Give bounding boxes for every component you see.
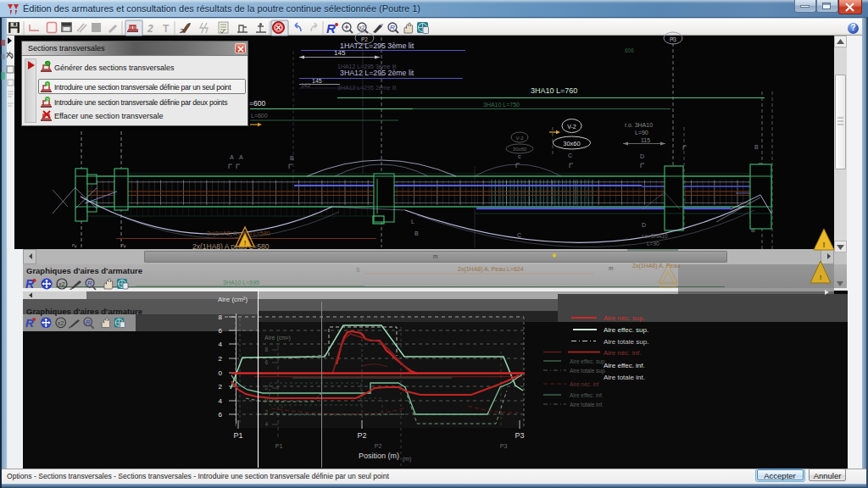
- svg-text:6: 6: [219, 411, 223, 419]
- svg-text:P3: P3: [500, 443, 508, 449]
- svg-text:D: D: [642, 222, 646, 228]
- svg-text:Aire effec. inf.: Aire effec. inf.: [570, 392, 604, 398]
- svg-text:P2: P2: [375, 443, 382, 449]
- svg-text:2x(1HA8) A. Peau L=624: 2x(1HA8) A. Peau L=624: [458, 266, 524, 273]
- svg-text:2: 2: [147, 23, 153, 35]
- svg-text:x2: x2: [359, 25, 365, 30]
- svg-text:30x60: 30x60: [563, 140, 580, 147]
- svg-text:Aire totale inf.: Aire totale inf.: [570, 402, 604, 408]
- svg-text:Aire totale sup.: Aire totale sup.: [604, 338, 648, 346]
- svg-text:R: R: [326, 21, 336, 36]
- svg-text:A: A: [239, 154, 243, 160]
- svg-text:4: 4: [219, 341, 223, 348]
- svg-text:r.o. 3HA10: r.o. 3HA10: [625, 122, 653, 128]
- svg-text:8: 8: [219, 313, 223, 321]
- svg-text:2: 2: [120, 243, 127, 248]
- svg-text:3HA10 L=595: 3HA10 L=595: [223, 280, 259, 286]
- svg-text:B: B: [290, 155, 294, 161]
- svg-text:!: !: [820, 274, 822, 281]
- svg-text:P2: P2: [357, 431, 366, 440]
- svg-text:Aire néc. inf: Aire néc. inf: [570, 381, 599, 387]
- svg-text:Aire totale sup: Aire totale sup: [570, 368, 605, 374]
- svg-text:1HAT2 L=295 3ème lit: 1HAT2 L=295 3ème lit: [340, 42, 415, 50]
- svg-text:L=600: L=600: [251, 113, 268, 119]
- svg-text:Aire effec. sup.: Aire effec. sup.: [604, 326, 648, 334]
- svg-text:3HA12 L=295 2ème lit: 3HA12 L=295 2ème lit: [337, 85, 397, 91]
- svg-text:m: m: [433, 253, 437, 259]
- svg-text:!: !: [823, 241, 826, 249]
- svg-text:D: D: [640, 153, 644, 159]
- svg-text:R: R: [86, 319, 91, 326]
- svg-text:=600: =600: [249, 99, 265, 108]
- svg-text:2x(1HA8) A peau L=580: 2x(1HA8) A peau L=580: [192, 242, 270, 251]
- svg-text:!: !: [244, 239, 247, 247]
- svg-text:V-2: V-2: [515, 136, 524, 141]
- svg-text:Aire néc. inf.: Aire néc. inf.: [604, 349, 641, 357]
- svg-text:B: B: [754, 144, 759, 150]
- svg-text:V-2: V-2: [567, 124, 576, 130]
- svg-text:P1: P1: [233, 431, 242, 440]
- svg-text:4: 4: [219, 397, 223, 405]
- svg-text:2: 2: [219, 383, 223, 391]
- svg-text:3HA12 L=295 2ème lit: 3HA12 L=295 2ème lit: [340, 69, 415, 77]
- svg-text:x2: x2: [58, 320, 64, 326]
- svg-text:6: 6: [219, 327, 223, 335]
- svg-text:L: L: [411, 219, 415, 225]
- svg-text:B: B: [415, 230, 419, 236]
- svg-text:R: R: [390, 24, 395, 31]
- svg-text:Aire (cm²): Aire (cm²): [218, 296, 248, 303]
- svg-text:30x60: 30x60: [513, 147, 527, 152]
- svg-text:Aire effec. sup: Aire effec. sup: [570, 358, 605, 365]
- svg-text:C: C: [517, 232, 521, 238]
- svg-text:2: 2: [179, 27, 184, 35]
- svg-text:S: S: [356, 267, 360, 273]
- svg-text:2: 2: [219, 355, 223, 363]
- svg-text:3HA10 L=760: 3HA10 L=760: [531, 86, 577, 95]
- svg-text:145: 145: [301, 82, 310, 88]
- svg-text:C: C: [568, 152, 572, 158]
- svg-text:145: 145: [334, 49, 346, 57]
- svg-text:3HA10 L=750: 3HA10 L=750: [483, 102, 520, 108]
- svg-text:L=90: L=90: [635, 130, 648, 136]
- svg-text:L=90: L=90: [647, 241, 659, 247]
- svg-text:R: R: [25, 317, 34, 330]
- svg-text:Aire effec. inf.: Aire effec. inf.: [604, 362, 645, 369]
- svg-text:x2: x2: [58, 281, 65, 287]
- svg-text:A: A: [230, 154, 234, 160]
- svg-text:606: 606: [625, 47, 634, 53]
- svg-text:2x(1HA8) A. Peau: 2x(1HA8) A. Peau: [632, 263, 680, 269]
- svg-text:0: 0: [219, 369, 223, 377]
- svg-text:Aire néc. sup.: Aire néc. sup.: [604, 314, 645, 322]
- svg-text:(m): (m): [403, 456, 412, 463]
- svg-text:P3: P3: [670, 36, 676, 42]
- svg-text:P3: P3: [515, 431, 524, 440]
- svg-text:c: c: [518, 153, 521, 159]
- svg-text:R: R: [87, 280, 92, 287]
- svg-text:2: 2: [71, 243, 78, 248]
- svg-text:115: 115: [641, 137, 650, 143]
- svg-text:Aire totale int.: Aire totale int.: [604, 374, 645, 381]
- svg-text:m: m: [609, 265, 613, 271]
- svg-text:2x(1HA8) A peau L=580: 2x(1HA8) A peau L=580: [207, 230, 270, 237]
- svg-text:Position (m): Position (m): [359, 452, 399, 460]
- svg-text:T: T: [163, 23, 170, 35]
- svg-text:P1: P1: [275, 443, 283, 449]
- svg-text:r.o. 3HA10: r.o. 3HA10: [642, 233, 668, 239]
- svg-text:145: 145: [312, 78, 322, 84]
